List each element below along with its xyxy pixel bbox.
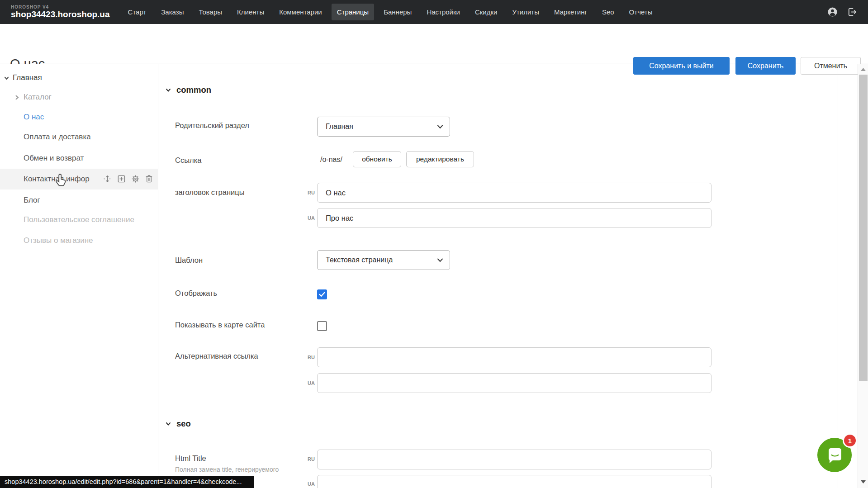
lang-badge-ua: UA bbox=[300, 380, 315, 386]
menu-item-settings[interactable]: Настройки bbox=[421, 4, 465, 20]
lang-badge-ru: RU bbox=[300, 190, 315, 195]
chevron-down-icon bbox=[165, 421, 171, 427]
triangle-down-icon bbox=[861, 480, 866, 483]
triangle-up-icon bbox=[861, 68, 866, 71]
move-icon[interactable] bbox=[103, 175, 112, 183]
html-title-label: Html Title bbox=[175, 454, 206, 463]
chevron-down-icon bbox=[165, 87, 171, 93]
content-right-border bbox=[838, 64, 838, 488]
page-title-field-label: заголовок страницы bbox=[175, 188, 245, 197]
section-common-header[interactable]: common bbox=[165, 85, 211, 95]
menu-item-reports[interactable]: Отчеты bbox=[624, 4, 658, 20]
template-label: Шаблон bbox=[175, 256, 203, 265]
page-title-ua-input[interactable] bbox=[317, 208, 711, 228]
page-title-ru-input[interactable] bbox=[317, 183, 711, 203]
checkmark-icon bbox=[319, 292, 325, 297]
html-title-hint: Полная замена title, генерируемого bbox=[175, 466, 279, 473]
tree-item-katalog[interactable]: Каталог bbox=[0, 87, 158, 107]
scroll-down-arrow[interactable] bbox=[858, 477, 868, 486]
top-navigation-bar: HOROSHOP V4 shop34423.horoshop.ua Старт … bbox=[0, 0, 868, 24]
display-checkbox[interactable] bbox=[317, 289, 327, 299]
tree-item-oplata-dostavka[interactable]: Оплата и доставка bbox=[0, 127, 158, 147]
alt-link-ua-input[interactable] bbox=[317, 373, 711, 393]
chat-notification-badge: 1 bbox=[843, 433, 857, 448]
menu-item-products[interactable]: Товары bbox=[193, 4, 228, 20]
chevron-down-icon bbox=[4, 75, 9, 81]
scroll-up-arrow[interactable] bbox=[858, 65, 868, 74]
menu-item-pages[interactable]: Страницы bbox=[332, 4, 374, 20]
tree-item-obmen-vozvrat[interactable]: Обмен и возврат bbox=[0, 148, 158, 168]
tree-item-o-nas[interactable]: О нас bbox=[0, 107, 158, 127]
logout-icon[interactable] bbox=[847, 7, 857, 17]
menu-item-clients[interactable]: Клиенты bbox=[232, 4, 270, 20]
page-header: О нас Сохранить и выйти Сохранить Отмени… bbox=[0, 24, 868, 63]
main-menu: Старт Заказы Товары Клиенты Комментарии … bbox=[123, 4, 658, 20]
tree-item-blog[interactable]: Блог bbox=[0, 190, 158, 210]
pages-tree-sidebar: Главная Каталог О нас Оплата и доставка … bbox=[0, 64, 158, 488]
chevron-down-icon bbox=[437, 258, 443, 262]
delete-trash-icon[interactable] bbox=[145, 175, 153, 183]
user-account-icon[interactable] bbox=[827, 7, 838, 17]
section-seo-header[interactable]: seo bbox=[165, 419, 191, 429]
html-title-ru-input[interactable] bbox=[317, 450, 711, 469]
link-label: Ссылка bbox=[175, 156, 201, 165]
menu-item-seo[interactable]: Seo bbox=[597, 4, 620, 20]
cursor-pointer-icon bbox=[54, 173, 69, 188]
menu-item-discounts[interactable]: Скидки bbox=[470, 4, 503, 20]
menu-item-marketing[interactable]: Маркетинг bbox=[549, 4, 593, 20]
tree-item-otzyvy-o-magazine[interactable]: Отзывы о магазине bbox=[0, 231, 158, 251]
alt-link-ru-input[interactable] bbox=[317, 347, 711, 367]
link-edit-button[interactable]: редактировать bbox=[406, 151, 474, 167]
chevron-right-icon bbox=[14, 95, 20, 100]
link-preview-statusbar: shop34423.horoshop.ua/edit/edit.php?id=6… bbox=[0, 476, 254, 488]
chevron-down-icon bbox=[437, 124, 443, 129]
brand-domain-label: shop34423.horoshop.ua bbox=[11, 10, 110, 19]
save-and-exit-button[interactable]: Сохранить и выйти bbox=[633, 57, 730, 75]
tree-item-kontaktnaya-info[interactable]: Контактная инфор bbox=[0, 169, 158, 190]
lang-badge-ua: UA bbox=[300, 481, 315, 487]
menu-item-orders[interactable]: Заказы bbox=[156, 4, 189, 20]
parent-section-label: Родительский раздел bbox=[175, 121, 249, 130]
menu-item-comments[interactable]: Комментарии bbox=[274, 4, 327, 20]
tree-item-glavnaya[interactable]: Главная bbox=[0, 68, 158, 88]
link-path-value: /o-nas/ bbox=[320, 156, 342, 164]
menu-item-utilities[interactable]: Утилиты bbox=[507, 4, 545, 20]
alt-link-label: Альтернативная ссылка bbox=[175, 352, 258, 360]
display-label: Отображать bbox=[175, 289, 217, 298]
lang-badge-ua: UA bbox=[300, 215, 315, 221]
settings-gear-icon[interactable] bbox=[131, 175, 140, 183]
add-page-icon[interactable] bbox=[117, 175, 126, 183]
menu-item-start[interactable]: Старт bbox=[123, 4, 152, 20]
save-button[interactable]: Сохранить bbox=[735, 57, 796, 75]
scrollbar-thumb[interactable] bbox=[859, 75, 868, 381]
link-update-button[interactable]: обновить bbox=[353, 151, 401, 167]
sitemap-checkbox[interactable] bbox=[317, 321, 327, 331]
lang-badge-ru: RU bbox=[300, 355, 315, 360]
brand-logo: HOROSHOP V4 shop34423.horoshop.ua bbox=[11, 5, 110, 19]
html-title-ua-input[interactable] bbox=[317, 475, 711, 488]
parent-section-select[interactable]: Главная bbox=[317, 117, 450, 137]
tree-item-polzovatelskoe-soglashenie[interactable]: Пользовательское соглашение bbox=[0, 210, 158, 230]
sitemap-label: Показывать в карте сайта bbox=[175, 321, 265, 329]
cancel-button[interactable]: Отменить bbox=[801, 57, 861, 75]
lang-badge-ru: RU bbox=[300, 456, 315, 462]
page-scrollbar[interactable] bbox=[858, 64, 868, 488]
menu-item-banners[interactable]: Баннеры bbox=[378, 4, 417, 20]
template-select[interactable]: Текстовая страница bbox=[317, 250, 450, 270]
